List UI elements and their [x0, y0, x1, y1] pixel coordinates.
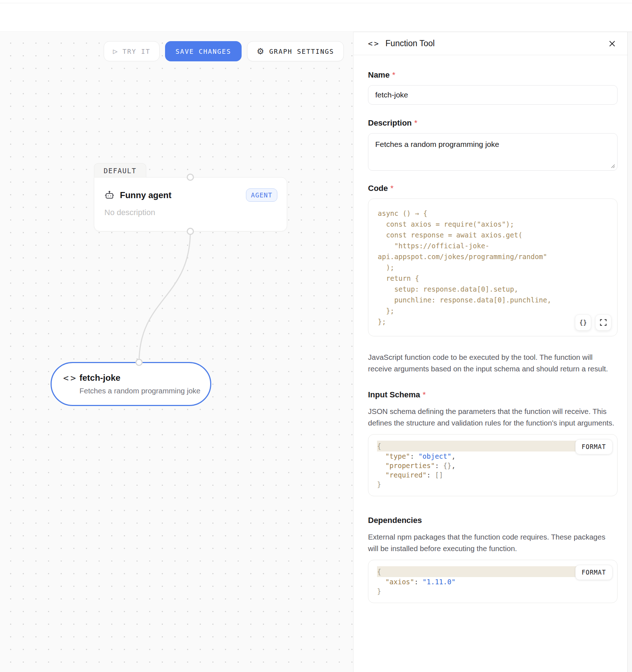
- code-help-text: JavaScript function code to be executed …: [368, 352, 618, 374]
- code-editor-box: async () ⇒ { const axios = require("axio…: [368, 198, 618, 336]
- graph-settings-button[interactable]: ⚙ GRAPH SETTINGS: [247, 41, 344, 61]
- description-label: Description*: [368, 118, 618, 128]
- agent-top-handle[interactable]: [187, 174, 194, 181]
- close-panel-button[interactable]: [607, 38, 618, 49]
- input-schema-help-text: JSON schema defining the parameters that…: [368, 406, 618, 428]
- top-bar: [0, 0, 632, 32]
- input-schema-editor-box: { "type": "object", "properties": {}, "r…: [368, 434, 618, 496]
- tool-node-description: Fetches a random programming joke: [79, 387, 202, 395]
- dependencies-label: Dependencies: [368, 516, 618, 525]
- input-schema-label: Input Schema*: [368, 390, 618, 400]
- agent-type-badge: AGENT: [246, 188, 277, 202]
- name-label: Name*: [368, 70, 618, 80]
- graph-settings-label: GRAPH SETTINGS: [269, 48, 334, 55]
- try-it-button[interactable]: ▷ TRY IT: [104, 41, 160, 61]
- required-asterisk: *: [414, 118, 417, 127]
- panel-scrollbar[interactable]: [627, 32, 632, 672]
- edge-layer: [0, 32, 353, 672]
- canvas-toolbar: ▷ TRY IT SAVE CHANGES ⚙ GRAPH SETTINGS: [104, 41, 344, 61]
- save-changes-button[interactable]: SAVE CHANGES: [165, 41, 242, 61]
- format-button[interactable]: FORMAT: [575, 439, 612, 454]
- top-edge-divider: [0, 3, 632, 3]
- try-it-label: TRY IT: [122, 48, 150, 55]
- required-asterisk: *: [423, 390, 426, 399]
- graph-canvas[interactable]: ▷ TRY IT SAVE CHANGES ⚙ GRAPH SETTINGS D…: [0, 32, 353, 672]
- dependencies-help-text: External npm packages that the function …: [368, 531, 618, 554]
- format-braces-button[interactable]: {}: [575, 314, 591, 331]
- group-tab-default[interactable]: DEFAULT: [94, 163, 146, 178]
- panel-body: Name* Description* Fetches a random prog…: [354, 55, 632, 618]
- code-editor[interactable]: async () ⇒ { const axios = require("axio…: [378, 208, 608, 327]
- panel-title: Function Tool: [385, 39, 434, 48]
- dependencies-editor[interactable]: { "axios": "1.11.0"}: [377, 566, 609, 596]
- fullscreen-button[interactable]: [595, 314, 611, 331]
- edge-agent-to-tool[interactable]: [139, 231, 190, 363]
- gear-icon: ⚙: [257, 47, 265, 56]
- close-icon: [609, 40, 616, 47]
- agent-bottom-handle[interactable]: [187, 228, 194, 235]
- input-schema-editor[interactable]: { "type": "object", "properties": {}, "r…: [377, 441, 609, 489]
- code-icon: <>: [368, 39, 380, 48]
- save-changes-label: SAVE CHANGES: [176, 48, 231, 55]
- code-icon: <>: [63, 373, 79, 383]
- description-textarea[interactable]: Fetches a random programming joke: [368, 133, 618, 171]
- panel-header: <> Function Tool: [354, 32, 632, 55]
- code-label: Code*: [368, 184, 618, 193]
- dependencies-editor-box: { "axios": "1.11.0"} FORMAT: [368, 560, 618, 603]
- format-button[interactable]: FORMAT: [575, 565, 612, 580]
- group-tab-label: DEFAULT: [104, 167, 137, 175]
- name-input[interactable]: [368, 85, 618, 105]
- required-asterisk: *: [392, 70, 395, 79]
- agent-node-title: Funny agent: [120, 190, 172, 200]
- agent-node[interactable]: Funny agent AGENT No description: [94, 177, 287, 231]
- play-icon: ▷: [113, 47, 118, 56]
- tool-top-handle[interactable]: [135, 359, 143, 366]
- agent-node-description: No description: [104, 208, 277, 217]
- fullscreen-icon: [600, 319, 607, 326]
- tool-node-title: fetch-joke: [79, 373, 202, 383]
- resize-grip-icon[interactable]: [610, 163, 615, 168]
- robot-icon: [104, 190, 114, 200]
- required-asterisk: *: [390, 184, 394, 193]
- function-tool-panel: <> Function Tool Name* Description* Fetc…: [353, 32, 632, 672]
- tool-node-fetch-joke[interactable]: <> fetch-joke Fetches a random programmi…: [51, 362, 211, 406]
